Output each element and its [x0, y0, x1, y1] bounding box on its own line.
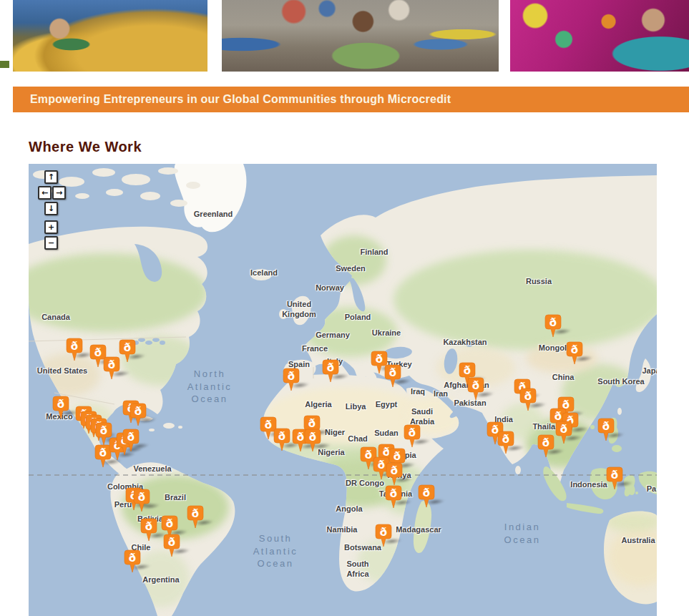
kiva-person-icon: ð: [524, 390, 532, 403]
kiva-person-icon: ð: [542, 436, 549, 449]
kiva-person-icon: ð: [602, 420, 610, 433]
map-marker-usa-west[interactable]: ð: [66, 338, 83, 361]
map-control-pan-left[interactable]: ←: [38, 186, 52, 200]
map-marker-morocco[interactable]: ð: [283, 368, 300, 391]
map-marker-mozambique[interactable]: ð: [375, 524, 392, 547]
kiva-person-icon: ð: [571, 343, 578, 356]
map-marker-india-south[interactable]: ð: [497, 431, 514, 454]
kiva-person-icon: ð: [265, 419, 272, 431]
tagline-text: Empowering Entrepreneurs in our Global C…: [30, 93, 451, 105]
kiva-person-icon: ð: [502, 433, 509, 446]
kiva-person-icon: ð: [288, 370, 295, 383]
kiva-person-icon: ð: [278, 430, 285, 443]
map-control-pan-down[interactable]: ↓: [44, 202, 58, 215]
green-accent-bar: [0, 61, 9, 68]
kiva-person-icon: ð: [135, 405, 142, 418]
kiva-person-icon: ð: [127, 431, 135, 444]
kiva-person-icon: ð: [365, 449, 372, 461]
map-marker-tunisia[interactable]: ð: [322, 359, 339, 383]
map-marker-yemen[interactable]: ð: [404, 424, 421, 448]
map-marker-thailand[interactable]: ð: [537, 434, 554, 458]
map-marker-china-north[interactable]: ð: [566, 341, 583, 365]
map-marker-comoros[interactable]: ð: [418, 484, 435, 508]
kiva-person-icon: ð: [129, 552, 136, 564]
kiva-person-icon: ð: [423, 487, 430, 499]
map-marker-indonesia[interactable]: ð: [606, 466, 623, 490]
page-title: Where We Work: [29, 139, 142, 155]
kiva-person-icon: ð: [464, 364, 471, 377]
map-marker-kenya[interactable]: ð: [386, 462, 403, 486]
kiva-person-icon: ð: [168, 536, 175, 549]
map-marker-bhutan[interactable]: ð: [519, 388, 537, 411]
map-marker-mexico[interactable]: ð: [52, 396, 69, 419]
kiva-person-icon: ð: [57, 398, 64, 411]
kiva-person-icon: ð: [124, 341, 131, 354]
kiva-person-icon: ð: [138, 491, 145, 504]
kiva-person-icon: ð: [390, 487, 397, 500]
map-marker-peru-2[interactable]: ð: [133, 489, 150, 512]
kiva-person-icon: ð: [409, 426, 416, 439]
kiva-person-icon: ð: [71, 340, 78, 353]
kiva-person-icon: ð: [166, 517, 173, 530]
map-marker-bolivia-1[interactable]: ð: [140, 518, 157, 542]
map-marker-cambodia[interactable]: ð: [555, 421, 572, 444]
kiva-person-icon: ð: [94, 346, 102, 359]
kiva-person-icon: ð: [309, 431, 316, 444]
map-marker-usa-east[interactable]: ð: [103, 356, 120, 380]
map-marker-brazil[interactable]: ð: [187, 505, 204, 529]
map-control-pan-right[interactable]: →: [52, 186, 66, 200]
kiva-person-icon: ð: [380, 526, 387, 539]
map-control-zoom-in[interactable]: +: [44, 220, 58, 234]
kiva-person-icon: ð: [472, 379, 479, 392]
kiva-person-icon: ð: [549, 316, 557, 329]
map-marker-benin[interactable]: ð: [304, 429, 321, 452]
kiva-person-icon: ð: [308, 417, 316, 430]
map-marker-tanzania[interactable]: ð: [385, 485, 402, 509]
photo-shop-owner: [510, 0, 689, 72]
map-marker-mongolia[interactable]: ð: [544, 314, 562, 338]
map-canvas[interactable]: CanadaUnited StatesMexicoGreenlandIcelan…: [29, 164, 657, 616]
map-marker-paraguay[interactable]: ð: [163, 534, 180, 557]
photo-woman-market: [222, 0, 499, 72]
kiva-person-icon: ð: [611, 469, 618, 481]
tagline-banner: Empowering Entrepreneurs in our Global C…: [13, 87, 689, 112]
kiva-person-icon: ð: [389, 366, 396, 379]
map-marker-philippines[interactable]: ð: [597, 418, 615, 441]
photo-produce-vendor: [13, 0, 207, 72]
map-control-zoom-out[interactable]: −: [44, 236, 58, 250]
map-marker-lebanon[interactable]: ð: [384, 364, 401, 388]
kiva-person-icon: ð: [108, 358, 115, 371]
map-marker-mali[interactable]: ð: [273, 428, 290, 451]
kiva-person-icon: ð: [391, 464, 398, 477]
map-marker-usa-northeast[interactable]: ð: [119, 339, 136, 363]
map-control-pan-up[interactable]: ↑: [44, 170, 58, 184]
kiva-person-icon: ð: [327, 361, 334, 374]
kiva-person-icon: ð: [376, 353, 383, 366]
kiva-person-icon: ð: [100, 424, 107, 437]
map-marker-dominican-rep[interactable]: ð: [130, 403, 147, 426]
kiva-person-icon: ð: [99, 446, 107, 459]
map-marker-colombia-3[interactable]: ð: [122, 429, 140, 452]
kiva-person-icon: ð: [192, 507, 199, 520]
kiva-person-icon: ð: [394, 450, 401, 463]
kiva-person-icon: ð: [378, 459, 385, 471]
world-map-svg: [29, 164, 657, 616]
map-marker-chile[interactable]: ð: [124, 549, 141, 573]
kiva-person-icon: ð: [560, 423, 567, 436]
kiva-person-icon: ð: [145, 520, 152, 533]
map-marker-pakistan[interactable]: ð: [467, 377, 484, 401]
